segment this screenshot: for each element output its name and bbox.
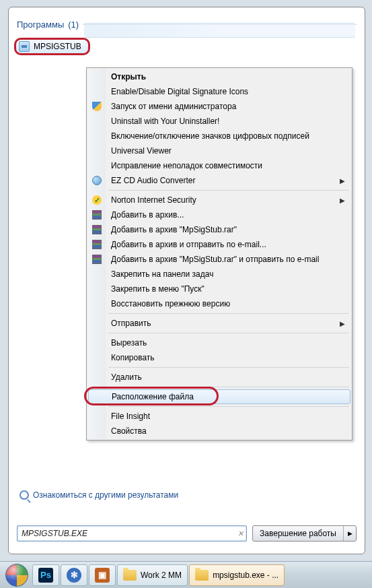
result-label: MPSIGSTUB (34, 42, 81, 51)
menu-item[interactable]: Добавить в архив "MpSigStub.rar" и отпра… (88, 252, 350, 267)
see-more-results-link[interactable]: Ознакомиться с другими результатами (20, 490, 178, 500)
submenu-arrow-icon: ▶ (340, 197, 345, 204)
menu-item[interactable]: Исправление неполадок совместимости (88, 158, 350, 173)
menu-item[interactable]: Расположение файла (88, 389, 350, 404)
shield-icon (91, 101, 102, 112)
search-icon (20, 490, 29, 500)
menu-item[interactable]: Uninstall with Your Uninstaller! (88, 114, 350, 129)
exe-icon (19, 41, 30, 52)
menu-separator (108, 387, 349, 387)
menu-item-label: Закрепить на панели задач (111, 269, 213, 279)
menu-item-label: Запуск от имени администратора (111, 102, 236, 111)
menu-item[interactable]: Запуск от имени администратора (88, 99, 350, 114)
rar-icon (91, 224, 102, 235)
menu-item-label: Открыть (111, 72, 146, 81)
taskbar-app-skype[interactable]: ✻ (61, 564, 87, 586)
menu-item[interactable]: Добавить в архив и отправить по e-mail..… (88, 237, 350, 252)
menu-item[interactable]: Universal Viewer (88, 143, 350, 158)
context-menu: ОткрытьEnable/Disable Digital Signature … (86, 67, 352, 440)
norton-icon: ✓ (91, 195, 102, 205)
menu-separator (108, 313, 349, 314)
windows-orb-icon (5, 564, 28, 587)
menu-item[interactable]: Добавить в архив "MpSigStub.rar" (88, 222, 350, 237)
taskbar-app-media[interactable]: ▣ (89, 564, 116, 586)
folder-icon (123, 570, 137, 581)
taskbar-label: Work 2 MM (141, 570, 182, 580)
menu-item[interactable]: Копировать (88, 350, 350, 365)
menu-separator (108, 367, 349, 368)
bottom-bar: MPSIGSTUB.EXE ✕ Завершение работы ▶ (17, 523, 357, 544)
menu-item-label: Universal Viewer (111, 146, 172, 156)
menu-item[interactable]: Открыть (88, 69, 350, 84)
skype-icon: ✻ (67, 568, 81, 583)
submenu-arrow-icon: ▶ (340, 177, 345, 185)
shutdown-dropdown-arrow[interactable]: ▶ (344, 526, 356, 541)
menu-item-label: Закрепить в меню "Пуск" (111, 284, 204, 294)
menu-item[interactable]: Отправить▶ (88, 316, 350, 331)
clear-icon[interactable]: ✕ (237, 529, 244, 538)
media-icon: ▣ (95, 568, 110, 583)
menu-item-label: Добавить в архив "MpSigStub.rar" (111, 225, 237, 234)
taskbar-window-mpsigstub[interactable]: mpsigstub.exe - ... (189, 564, 285, 586)
menu-item-label: Копировать (111, 353, 155, 362)
menu-item[interactable]: Свойства (88, 424, 350, 438)
menu-item-label: Удалить (111, 372, 142, 382)
menu-item[interactable]: Закрепить на панели задач (88, 267, 350, 282)
menu-item-label: EZ CD Audio Converter (111, 176, 195, 185)
taskbar-app-photoshop[interactable]: Ps (32, 564, 59, 586)
taskbar-label: mpsigstub.exe - ... (213, 570, 278, 580)
menu-item-label: File Insight (111, 412, 150, 421)
rar-icon (91, 209, 102, 220)
menu-item-label: Добавить в архив и отправить по e-mail..… (111, 240, 266, 249)
rar-icon (91, 239, 102, 250)
menu-item[interactable]: Включение/отключение значков цифровых по… (88, 129, 350, 143)
menu-separator (108, 190, 349, 191)
photoshop-icon: Ps (38, 568, 53, 583)
search-input[interactable]: MPSIGSTUB.EXE ✕ (17, 525, 247, 542)
see-more-label: Ознакомиться с другими результатами (33, 490, 178, 500)
menu-item[interactable]: Norton Internet Security▶✓ (88, 193, 350, 207)
folder-icon (195, 570, 209, 581)
menu-item-label: Uninstall with Your Uninstaller! (111, 117, 219, 126)
taskbar-window-work2mm[interactable]: Work 2 MM (117, 564, 188, 586)
search-result-mpsigstub[interactable]: MPSIGSTUB (14, 38, 90, 55)
menu-item[interactable]: File Insight (88, 409, 350, 424)
menu-item[interactable]: Добавить в архив... (88, 207, 350, 222)
taskbar: Ps ✻ ▣ Work 2 MM mpsigstub.exe - ... (0, 561, 372, 588)
menu-item-label: Отправить (111, 319, 151, 328)
menu-item-label: Расположение файла (112, 392, 194, 401)
start-button[interactable] (3, 563, 31, 587)
menu-separator (108, 406, 349, 407)
menu-item[interactable]: Восстановить прежнюю версию (88, 296, 350, 311)
menu-separator (108, 333, 349, 333)
menu-item[interactable]: Закрепить в меню "Пуск" (88, 282, 350, 296)
menu-item-label: Добавить в архив... (111, 210, 184, 220)
menu-item-label: Norton Internet Security (111, 195, 196, 205)
result-selection-bg (84, 23, 355, 38)
shutdown-button[interactable]: Завершение работы ▶ (252, 525, 357, 542)
menu-item[interactable]: Удалить (88, 370, 350, 385)
menu-item-label: Включение/отключение значков цифровых по… (111, 131, 309, 141)
menu-item-label: Свойства (111, 426, 147, 436)
menu-item[interactable]: Enable/Disable Digital Signature Icons (88, 84, 350, 99)
menu-item[interactable]: Вырезать (88, 335, 350, 350)
menu-item[interactable]: EZ CD Audio Converter▶ (88, 173, 350, 188)
search-value: MPSIGSTUB.EXE (22, 529, 87, 538)
menu-item-label: Вырезать (111, 338, 147, 348)
rar-icon (91, 254, 102, 265)
menu-item-label: Восстановить прежнюю версию (111, 299, 230, 308)
menu-item-label: Добавить в архив "MpSigStub.rar" и отпра… (111, 255, 319, 264)
menu-item-label: Исправление неполадок совместимости (111, 161, 262, 170)
globe-icon (91, 175, 102, 186)
shutdown-label: Завершение работы (253, 526, 344, 541)
submenu-arrow-icon: ▶ (340, 320, 345, 327)
menu-item-label: Enable/Disable Digital Signature Icons (111, 87, 248, 96)
